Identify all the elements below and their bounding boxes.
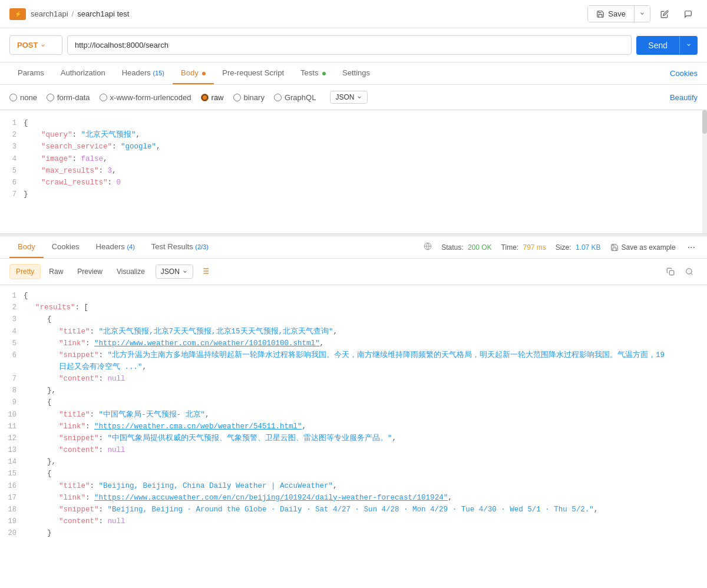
edit-icon <box>660 10 669 18</box>
send-chevron-icon <box>686 42 692 48</box>
resp-line-12: 12 "snippet": "中国气象局提供权威的天气预报、气象预警、卫星云图、… <box>0 432 707 444</box>
tab-tests[interactable]: Tests <box>292 62 334 84</box>
search-response-button[interactable] <box>681 263 698 280</box>
copy-response-button[interactable] <box>662 263 679 280</box>
resp-line-16: 16 "title": "Beijing, Beijing, China Dai… <box>0 480 707 492</box>
svg-rect-8 <box>669 270 674 275</box>
app-logo: ⚡ <box>9 8 26 20</box>
tab-authorization[interactable]: Authorization <box>52 62 114 84</box>
resp-line-11: 11 "link": "https://weather.cma.cn/web/w… <box>0 421 707 432</box>
save-button[interactable]: Save <box>588 6 634 22</box>
resp-line-14: 14 }, <box>0 456 707 468</box>
format-tab-raw[interactable]: Raw <box>43 265 69 279</box>
method-chevron-icon <box>40 42 46 48</box>
size-label: Size: 1.07 KB <box>556 243 601 252</box>
body-type-raw[interactable]: raw <box>201 93 224 102</box>
json-format-select[interactable]: JSON <box>330 91 368 104</box>
resp-line-18: 18 "snippet": "Beijing, Beijing · Around… <box>0 504 707 516</box>
response-body: 1 { 2 "results": [ 3 { 4 "title": "北京天气预… <box>0 285 707 583</box>
comment-button[interactable] <box>679 5 698 24</box>
size-value: 1.07 KB <box>576 243 601 252</box>
status-value: 200 OK <box>468 243 492 252</box>
breadcrumb-test: search1api test <box>77 9 129 18</box>
resp-line-13: 13 "content": null <box>0 444 707 456</box>
tab-params[interactable]: Params <box>9 62 52 84</box>
tab-pre-request[interactable]: Pre-request Script <box>214 62 292 84</box>
breadcrumb-api[interactable]: search1api <box>31 9 68 18</box>
resp-line-9: 9 { <box>0 397 707 408</box>
svg-point-9 <box>686 269 692 274</box>
app-header: ⚡ search1api / search1api test Save <box>0 0 707 28</box>
filter-icon <box>200 266 210 276</box>
scrollbar-track <box>702 110 707 233</box>
resp-line-2: 2 "results": [ <box>0 302 707 313</box>
request-tabs: Params Authorization Headers (15) Body P… <box>0 62 707 85</box>
body-type-form-data[interactable]: form-data <box>47 93 90 102</box>
method-label: POST <box>17 41 38 49</box>
filter-button[interactable] <box>200 266 210 278</box>
body-type-urlencoded[interactable]: x-www-form-urlencoded <box>100 93 191 102</box>
resp-line-7: 7 "content": null <box>0 373 707 385</box>
svg-line-10 <box>691 273 693 275</box>
body-type-graphql[interactable]: GraphQL <box>274 93 316 102</box>
body-type-binary[interactable]: binary <box>233 93 265 102</box>
resp-line-3: 3 { <box>0 313 707 325</box>
response-json-select[interactable]: JSON <box>156 265 193 279</box>
response-json-label: JSON <box>161 267 180 276</box>
response-tab-cookies[interactable]: Cookies <box>44 236 88 258</box>
time-label: Time: 797 ms <box>501 243 546 252</box>
send-button-group: Send <box>636 36 698 55</box>
save-example-button[interactable]: Save as example <box>610 243 676 252</box>
tests-dot <box>322 72 326 75</box>
response-tabs: Body Cookies Headers (4) Test Results (2… <box>0 236 707 259</box>
more-options-button[interactable]: ··· <box>685 242 698 253</box>
request-body-editor: 1 { 2 "query": "北京天气预报", 3 "search_servi… <box>0 110 707 234</box>
beautify-button[interactable]: Beautify <box>670 93 698 102</box>
format-tab-preview[interactable]: Preview <box>71 265 108 279</box>
cookies-link[interactable]: Cookies <box>670 69 698 78</box>
response-tab-headers[interactable]: Headers (4) <box>88 236 143 258</box>
body-type-none[interactable]: none <box>9 93 37 102</box>
code-line-4: 4 "image": false, <box>0 153 707 165</box>
response-meta: Status: 200 OK Time: 797 ms Size: 1.07 K… <box>424 242 698 253</box>
send-chevron-button[interactable] <box>679 36 698 54</box>
response-json-chevron <box>182 269 188 275</box>
url-input[interactable] <box>67 35 632 55</box>
logo-icon: ⚡ <box>15 11 21 17</box>
save-chevron-button[interactable] <box>634 6 650 22</box>
resp-line-17: 17 "link": "https://www.accuweather.com/… <box>0 492 707 504</box>
send-button[interactable]: Send <box>636 36 679 55</box>
header-actions: Save <box>587 5 698 24</box>
status-label: Status: 200 OK <box>441 243 491 252</box>
resp-line-5: 5 "link": "http://www.weather.com.cn/wea… <box>0 338 707 349</box>
scrollbar-thumb <box>702 110 707 134</box>
code-line-7: 7 } <box>0 189 707 200</box>
code-line-2: 2 "query": "北京天气预报", <box>0 129 707 141</box>
resp-line-6: 6 "snippet": "北方升温为主南方多地降温持续明起新一轮降水过程将影响… <box>0 349 707 373</box>
tab-settings[interactable]: Settings <box>334 62 378 84</box>
format-tab-visualize[interactable]: Visualize <box>111 265 151 279</box>
breadcrumb: search1api / search1api test <box>31 9 129 18</box>
response-tab-test-results[interactable]: Test Results (2/3) <box>143 236 217 258</box>
json-label: JSON <box>335 93 354 101</box>
resp-line-8: 8 }, <box>0 385 707 397</box>
code-line-1: 1 { <box>0 117 707 129</box>
tab-body[interactable]: Body <box>173 62 214 84</box>
save-label: Save <box>608 9 626 18</box>
request-bar: POST Send <box>0 28 707 62</box>
save-icon <box>596 10 604 18</box>
edit-button[interactable] <box>655 5 674 24</box>
search-icon <box>685 267 693 276</box>
format-tab-pretty[interactable]: Pretty <box>9 264 41 279</box>
chevron-down-icon <box>639 11 645 16</box>
resp-line-15: 15 { <box>0 468 707 480</box>
tab-headers[interactable]: Headers (15) <box>114 62 173 84</box>
resp-line-20: 20 } <box>0 527 707 539</box>
save-example-icon <box>610 243 619 252</box>
method-select[interactable]: POST <box>9 35 62 55</box>
resp-line-19: 19 "content": null <box>0 516 707 527</box>
response-format-tabs: Pretty Raw Preview Visualize JSON <box>0 259 707 285</box>
resp-line-1: 1 { <box>0 290 707 302</box>
response-tab-body[interactable]: Body <box>9 236 44 258</box>
globe-icon <box>424 242 432 252</box>
